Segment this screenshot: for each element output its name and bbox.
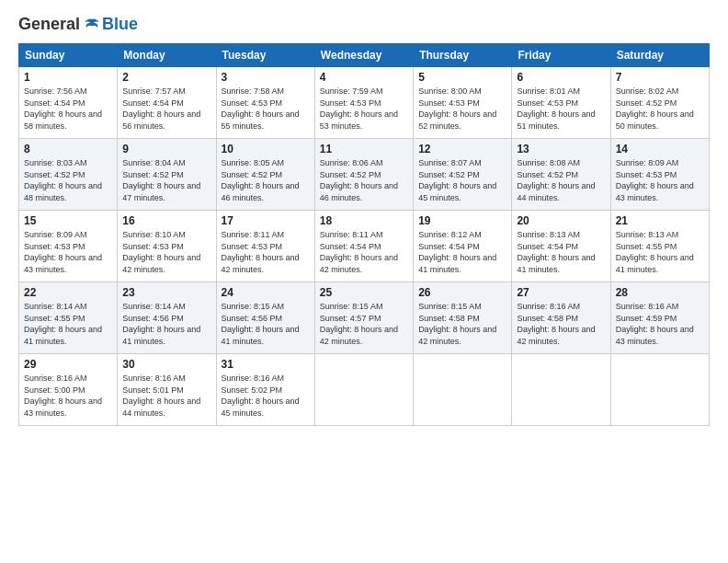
day-number: 20	[517, 214, 605, 227]
day-number: 11	[320, 143, 408, 155]
calendar-cell: 22Sunrise: 8:14 AMSunset: 4:55 PMDayligh…	[19, 282, 118, 354]
day-number: 29	[24, 358, 112, 371]
day-info: Sunrise: 8:16 AMSunset: 5:02 PMDaylight:…	[222, 373, 310, 419]
day-number: 28	[616, 286, 704, 299]
day-info: Sunrise: 8:15 AMSunset: 4:56 PMDaylight:…	[222, 301, 310, 347]
page: General Blue SundayMondayTuesdayWednesda…	[0, 0, 728, 441]
calendar-cell: 27Sunrise: 8:16 AMSunset: 4:58 PMDayligh…	[512, 282, 610, 354]
day-number: 16	[122, 214, 210, 227]
calendar-cell: 24Sunrise: 8:15 AMSunset: 4:56 PMDayligh…	[216, 282, 314, 354]
day-number: 30	[122, 358, 210, 371]
day-info: Sunrise: 8:14 AMSunset: 4:56 PMDaylight:…	[122, 301, 210, 347]
calendar-week-row: 15Sunrise: 8:09 AMSunset: 4:53 PMDayligh…	[19, 211, 710, 282]
day-number: 6	[517, 71, 605, 84]
calendar-week-row: 8Sunrise: 8:03 AMSunset: 4:52 PMDaylight…	[19, 139, 710, 211]
day-info: Sunrise: 8:13 AMSunset: 4:55 PMDaylight:…	[616, 229, 704, 275]
day-number: 10	[222, 143, 310, 155]
day-number: 19	[418, 214, 506, 227]
day-number: 22	[24, 286, 112, 299]
calendar-cell	[414, 354, 512, 426]
day-info: Sunrise: 8:16 AMSunset: 4:59 PMDaylight:…	[616, 301, 704, 347]
day-number: 21	[616, 214, 704, 227]
calendar-cell: 12Sunrise: 8:07 AMSunset: 4:52 PMDayligh…	[414, 139, 512, 211]
day-number: 8	[24, 143, 112, 155]
day-info: Sunrise: 8:10 AMSunset: 4:53 PMDaylight:…	[122, 229, 210, 275]
calendar-cell: 31Sunrise: 8:16 AMSunset: 5:02 PMDayligh…	[216, 354, 314, 426]
day-number: 27	[517, 286, 605, 299]
logo-general-text: General	[18, 15, 80, 34]
calendar-cell: 28Sunrise: 8:16 AMSunset: 4:59 PMDayligh…	[610, 282, 709, 354]
day-number: 9	[122, 143, 210, 155]
logo: General Blue	[18, 15, 138, 34]
day-info: Sunrise: 8:15 AMSunset: 4:58 PMDaylight:…	[418, 301, 506, 347]
weekday-header-friday: Friday	[512, 44, 610, 67]
day-info: Sunrise: 8:13 AMSunset: 4:54 PMDaylight:…	[517, 229, 605, 275]
day-number: 4	[320, 71, 408, 84]
day-info: Sunrise: 7:56 AMSunset: 4:54 PMDaylight:…	[24, 86, 112, 132]
calendar-cell: 19Sunrise: 8:12 AMSunset: 4:54 PMDayligh…	[414, 211, 512, 282]
calendar-cell: 21Sunrise: 8:13 AMSunset: 4:55 PMDayligh…	[610, 211, 709, 282]
day-number: 17	[222, 214, 310, 227]
day-info: Sunrise: 8:11 AMSunset: 4:53 PMDaylight:…	[222, 229, 310, 275]
day-number: 31	[222, 358, 310, 371]
day-number: 14	[616, 143, 704, 155]
day-info: Sunrise: 8:16 AMSunset: 4:58 PMDaylight:…	[517, 301, 605, 347]
day-number: 18	[320, 214, 408, 227]
day-info: Sunrise: 8:03 AMSunset: 4:52 PMDaylight:…	[24, 157, 112, 203]
calendar-cell: 3Sunrise: 7:58 AMSunset: 4:53 PMDaylight…	[216, 67, 314, 139]
day-info: Sunrise: 8:12 AMSunset: 4:54 PMDaylight:…	[418, 229, 506, 275]
day-info: Sunrise: 8:09 AMSunset: 4:53 PMDaylight:…	[24, 229, 112, 275]
calendar-cell: 15Sunrise: 8:09 AMSunset: 4:53 PMDayligh…	[19, 211, 118, 282]
calendar-cell: 1Sunrise: 7:56 AMSunset: 4:54 PMDaylight…	[19, 67, 118, 139]
calendar-cell: 10Sunrise: 8:05 AMSunset: 4:52 PMDayligh…	[216, 139, 314, 211]
day-info: Sunrise: 8:16 AMSunset: 5:01 PMDaylight:…	[122, 373, 210, 419]
day-number: 13	[517, 143, 605, 155]
day-info: Sunrise: 8:08 AMSunset: 4:52 PMDaylight:…	[517, 157, 605, 203]
logo-blue-text: Blue	[102, 15, 138, 34]
day-info: Sunrise: 7:58 AMSunset: 4:53 PMDaylight:…	[222, 86, 310, 132]
calendar-week-row: 1Sunrise: 7:56 AMSunset: 4:54 PMDaylight…	[19, 67, 710, 139]
calendar-cell: 26Sunrise: 8:15 AMSunset: 4:58 PMDayligh…	[414, 282, 512, 354]
logo-bird-icon	[84, 17, 100, 33]
calendar-cell: 16Sunrise: 8:10 AMSunset: 4:53 PMDayligh…	[118, 211, 216, 282]
day-info: Sunrise: 8:14 AMSunset: 4:55 PMDaylight:…	[24, 301, 112, 347]
calendar-cell: 8Sunrise: 8:03 AMSunset: 4:52 PMDaylight…	[19, 139, 118, 211]
calendar-cell	[314, 354, 413, 426]
calendar-cell: 7Sunrise: 8:02 AMSunset: 4:52 PMDaylight…	[610, 67, 709, 139]
day-info: Sunrise: 8:16 AMSunset: 5:00 PMDaylight:…	[24, 373, 112, 419]
day-number: 2	[122, 71, 210, 84]
calendar-cell: 30Sunrise: 8:16 AMSunset: 5:01 PMDayligh…	[118, 354, 216, 426]
day-number: 24	[222, 286, 310, 299]
calendar-cell: 20Sunrise: 8:13 AMSunset: 4:54 PMDayligh…	[512, 211, 610, 282]
weekday-header-saturday: Saturday	[610, 44, 709, 67]
day-info: Sunrise: 8:00 AMSunset: 4:53 PMDaylight:…	[418, 86, 506, 132]
calendar-cell: 17Sunrise: 8:11 AMSunset: 4:53 PMDayligh…	[216, 211, 314, 282]
day-info: Sunrise: 8:09 AMSunset: 4:53 PMDaylight:…	[616, 157, 704, 203]
day-info: Sunrise: 8:15 AMSunset: 4:57 PMDaylight:…	[320, 301, 408, 347]
calendar-cell: 6Sunrise: 8:01 AMSunset: 4:53 PMDaylight…	[512, 67, 610, 139]
weekday-header-monday: Monday	[118, 44, 216, 67]
weekday-header-row: SundayMondayTuesdayWednesdayThursdayFrid…	[19, 44, 710, 67]
calendar-cell: 2Sunrise: 7:57 AMSunset: 4:54 PMDaylight…	[118, 67, 216, 139]
weekday-header-sunday: Sunday	[19, 44, 118, 67]
calendar-cell	[512, 354, 610, 426]
calendar-cell: 4Sunrise: 7:59 AMSunset: 4:53 PMDaylight…	[314, 67, 413, 139]
day-number: 7	[616, 71, 704, 84]
calendar-cell: 14Sunrise: 8:09 AMSunset: 4:53 PMDayligh…	[610, 139, 709, 211]
day-number: 25	[320, 286, 408, 299]
day-info: Sunrise: 8:05 AMSunset: 4:52 PMDaylight:…	[222, 157, 310, 203]
calendar-cell: 18Sunrise: 8:11 AMSunset: 4:54 PMDayligh…	[314, 211, 413, 282]
day-info: Sunrise: 8:04 AMSunset: 4:52 PMDaylight:…	[122, 157, 210, 203]
day-info: Sunrise: 8:06 AMSunset: 4:52 PMDaylight:…	[320, 157, 408, 203]
weekday-header-thursday: Thursday	[414, 44, 512, 67]
day-number: 26	[418, 286, 506, 299]
weekday-header-wednesday: Wednesday	[314, 44, 413, 67]
day-number: 5	[418, 71, 506, 84]
day-number: 15	[24, 214, 112, 227]
day-number: 23	[122, 286, 210, 299]
calendar-cell: 5Sunrise: 8:00 AMSunset: 4:53 PMDaylight…	[414, 67, 512, 139]
day-info: Sunrise: 8:07 AMSunset: 4:52 PMDaylight:…	[418, 157, 506, 203]
day-info: Sunrise: 8:11 AMSunset: 4:54 PMDaylight:…	[320, 229, 408, 275]
day-info: Sunrise: 8:02 AMSunset: 4:52 PMDaylight:…	[616, 86, 704, 132]
calendar-cell: 9Sunrise: 8:04 AMSunset: 4:52 PMDaylight…	[118, 139, 216, 211]
